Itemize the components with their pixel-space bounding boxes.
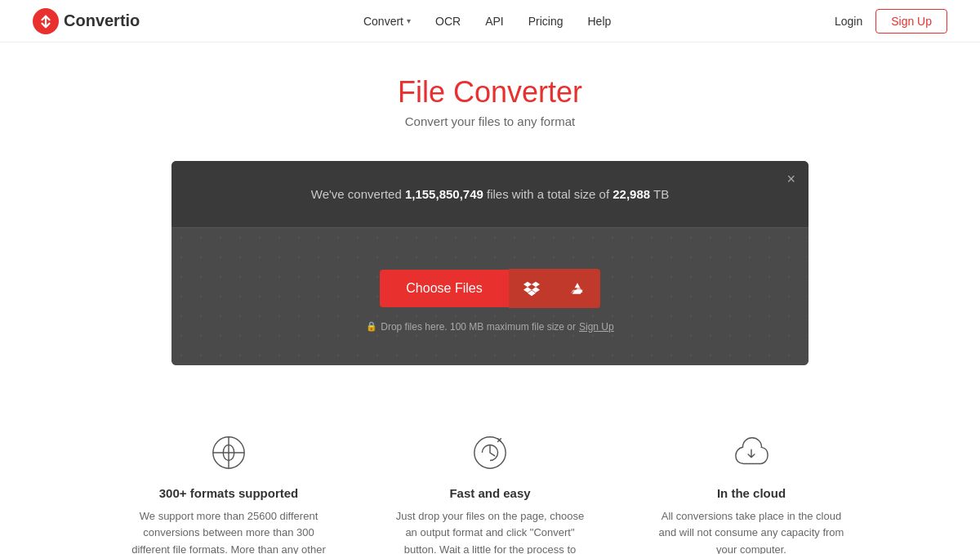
logo-icon xyxy=(33,8,59,34)
signup-button[interactable]: Sign Up xyxy=(875,9,947,34)
nav-convert[interactable]: Convert ▾ xyxy=(363,15,411,28)
google-drive-button[interactable] xyxy=(555,269,600,308)
stats-unit: TB xyxy=(650,187,669,201)
google-drive-button[interactable] xyxy=(509,269,555,308)
hint-text: Drop files here. 100 MB maximum file siz… xyxy=(381,321,576,333)
fast-icon xyxy=(468,431,512,475)
hero-section: File Converter Convert your files to any… xyxy=(0,42,980,145)
hero-subtitle: Convert your files to any format xyxy=(16,114,964,128)
feature-fast-desc: Just drop your files on the page, choose… xyxy=(392,508,588,555)
nav-ocr[interactable]: OCR xyxy=(435,15,461,28)
features-section: 300+ formats supported We support more t… xyxy=(82,398,898,555)
logo-link[interactable]: Convertio xyxy=(33,8,140,34)
hero-title: File Converter xyxy=(16,75,964,109)
formats-icon xyxy=(207,431,251,475)
feature-cloud-desc: All conversions take place in the cloud … xyxy=(653,508,849,555)
choose-files-button[interactable]: Choose Files xyxy=(380,270,508,307)
chevron-down-icon: ▾ xyxy=(407,16,411,25)
stats-text: We've converted 1,155,850,749 files with… xyxy=(188,185,792,204)
upload-hint: 🔒 Drop files here. 100 MB maximum file s… xyxy=(188,321,792,333)
login-button[interactable]: Login xyxy=(835,15,862,28)
navbar: Convertio Convert ▾ OCR API Pricing Help… xyxy=(0,0,980,42)
nav-actions: Login Sign Up xyxy=(835,9,947,34)
nav-help[interactable]: Help xyxy=(588,15,612,28)
dropbox-icon xyxy=(523,280,540,297)
feature-cloud-title: In the cloud xyxy=(653,486,849,500)
stats-middle: files with a total size of xyxy=(483,187,612,201)
close-button[interactable]: × xyxy=(786,171,795,188)
feature-formats-title: 300+ formats supported xyxy=(131,486,327,500)
gdrive-icon xyxy=(569,280,586,297)
stats-prefix: We've converted xyxy=(311,187,405,201)
logo-text: Convertio xyxy=(64,11,140,30)
nav-links: Convert ▾ OCR API Pricing Help xyxy=(363,15,611,28)
feature-formats: 300+ formats supported We support more t… xyxy=(131,431,327,555)
feature-cloud: In the cloud All conversions take place … xyxy=(653,431,849,555)
feature-formats-desc: We support more than 25600 different con… xyxy=(131,508,327,555)
lock-icon: 🔒 xyxy=(366,321,377,332)
cloud-icon xyxy=(729,431,773,475)
signup-hint-link[interactable]: Sign Up xyxy=(579,321,614,333)
upload-drop-area[interactable]: Choose Files xyxy=(172,228,808,365)
feature-fast-title: Fast and easy xyxy=(392,486,588,500)
upload-stats: We've converted 1,155,850,749 files with… xyxy=(172,161,808,228)
nav-pricing[interactable]: Pricing xyxy=(528,15,564,28)
upload-container: × We've converted 1,155,850,749 files wi… xyxy=(172,161,808,365)
feature-fast: Fast and easy Just drop your files on th… xyxy=(392,431,588,555)
upload-buttons: Choose Files xyxy=(188,269,792,308)
nav-api[interactable]: API xyxy=(485,15,504,28)
file-formats-link[interactable]: file formats xyxy=(173,543,225,554)
stats-count: 1,155,850,749 xyxy=(405,187,483,201)
stats-size: 22,988 xyxy=(612,187,650,201)
